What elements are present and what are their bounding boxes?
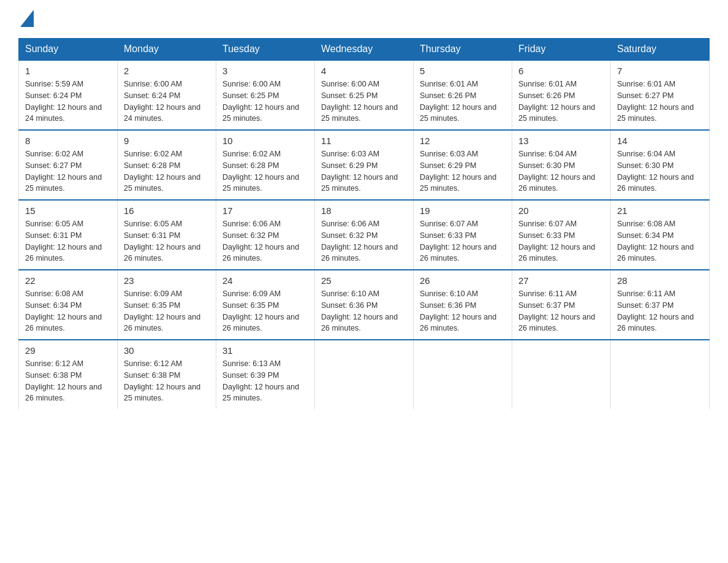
day-info: Sunrise: 6:00 AM Sunset: 6:25 PM Dayligh… [222, 79, 308, 124]
day-info: Sunrise: 6:11 AM Sunset: 6:37 PM Dayligh… [518, 288, 604, 334]
calendar-cell: 11 Sunrise: 6:03 AM Sunset: 6:29 PM Dayl… [315, 130, 414, 200]
day-info: Sunrise: 6:12 AM Sunset: 6:38 PM Dayligh… [25, 358, 111, 404]
header-monday: Monday [118, 39, 216, 61]
day-number: 11 [321, 136, 407, 146]
day-info: Sunrise: 6:05 AM Sunset: 6:31 PM Dayligh… [25, 218, 111, 264]
calendar-cell [414, 340, 512, 409]
day-number: 4 [321, 66, 407, 76]
day-info: Sunrise: 6:10 AM Sunset: 6:36 PM Dayligh… [321, 288, 407, 334]
calendar-cell [512, 340, 611, 409]
day-info: Sunrise: 6:02 AM Sunset: 6:28 PM Dayligh… [222, 148, 308, 194]
page-header [18, 12, 710, 26]
day-info: Sunrise: 6:11 AM Sunset: 6:37 PM Dayligh… [617, 288, 703, 334]
calendar-cell: 25 Sunrise: 6:10 AM Sunset: 6:36 PM Dayl… [315, 270, 414, 340]
calendar-cell: 5 Sunrise: 6:01 AM Sunset: 6:26 PM Dayli… [414, 60, 512, 130]
day-number: 5 [420, 66, 506, 76]
calendar-cell [315, 340, 414, 409]
day-info: Sunrise: 5:59 AM Sunset: 6:24 PM Dayligh… [25, 79, 111, 124]
day-info: Sunrise: 6:04 AM Sunset: 6:30 PM Dayligh… [518, 148, 604, 194]
week-row-2: 8 Sunrise: 6:02 AM Sunset: 6:27 PM Dayli… [19, 130, 710, 200]
day-number: 9 [124, 136, 210, 146]
header-sunday: Sunday [19, 39, 118, 61]
day-info: Sunrise: 6:09 AM Sunset: 6:35 PM Dayligh… [124, 288, 210, 334]
calendar-cell [611, 340, 710, 409]
day-number: 23 [124, 275, 210, 286]
week-row-3: 15 Sunrise: 6:05 AM Sunset: 6:31 PM Dayl… [19, 200, 710, 270]
day-number: 30 [124, 345, 210, 356]
day-number: 18 [321, 205, 407, 216]
logo-triangle-icon [20, 10, 34, 27]
day-number: 20 [518, 205, 604, 216]
day-number: 3 [222, 66, 308, 76]
calendar-cell: 10 Sunrise: 6:02 AM Sunset: 6:28 PM Dayl… [216, 130, 315, 200]
calendar-cell: 27 Sunrise: 6:11 AM Sunset: 6:37 PM Dayl… [512, 270, 611, 340]
calendar-cell: 1 Sunrise: 5:59 AM Sunset: 6:24 PM Dayli… [19, 60, 118, 130]
day-number: 13 [518, 136, 604, 146]
day-info: Sunrise: 6:02 AM Sunset: 6:28 PM Dayligh… [124, 148, 210, 194]
calendar-cell: 29 Sunrise: 6:12 AM Sunset: 6:38 PM Dayl… [19, 340, 118, 409]
day-info: Sunrise: 6:03 AM Sunset: 6:29 PM Dayligh… [321, 148, 407, 194]
day-number: 2 [124, 66, 210, 76]
day-info: Sunrise: 6:08 AM Sunset: 6:34 PM Dayligh… [25, 288, 111, 334]
header-saturday: Saturday [611, 39, 710, 61]
day-number: 1 [25, 66, 111, 76]
day-number: 22 [25, 275, 111, 286]
day-number: 31 [222, 345, 308, 356]
week-row-4: 22 Sunrise: 6:08 AM Sunset: 6:34 PM Dayl… [19, 270, 710, 340]
day-info: Sunrise: 6:01 AM Sunset: 6:27 PM Dayligh… [617, 79, 703, 124]
day-number: 12 [420, 136, 506, 146]
calendar-cell: 4 Sunrise: 6:00 AM Sunset: 6:25 PM Dayli… [315, 60, 414, 130]
day-number: 24 [222, 275, 308, 286]
calendar-cell: 13 Sunrise: 6:04 AM Sunset: 6:30 PM Dayl… [512, 130, 611, 200]
day-number: 27 [518, 275, 604, 286]
calendar-cell: 16 Sunrise: 6:05 AM Sunset: 6:31 PM Dayl… [118, 200, 216, 270]
day-info: Sunrise: 6:05 AM Sunset: 6:31 PM Dayligh… [124, 218, 210, 264]
calendar-cell: 24 Sunrise: 6:09 AM Sunset: 6:35 PM Dayl… [216, 270, 315, 340]
calendar-cell: 2 Sunrise: 6:00 AM Sunset: 6:24 PM Dayli… [118, 60, 216, 130]
day-info: Sunrise: 6:08 AM Sunset: 6:34 PM Dayligh… [617, 218, 703, 264]
day-number: 16 [124, 205, 210, 216]
calendar-cell: 7 Sunrise: 6:01 AM Sunset: 6:27 PM Dayli… [611, 60, 710, 130]
day-info: Sunrise: 6:04 AM Sunset: 6:30 PM Dayligh… [617, 148, 703, 194]
day-number: 14 [617, 136, 703, 146]
calendar-cell: 8 Sunrise: 6:02 AM Sunset: 6:27 PM Dayli… [19, 130, 118, 200]
calendar-cell: 18 Sunrise: 6:06 AM Sunset: 6:32 PM Dayl… [315, 200, 414, 270]
day-info: Sunrise: 6:07 AM Sunset: 6:33 PM Dayligh… [518, 218, 604, 264]
day-info: Sunrise: 6:13 AM Sunset: 6:39 PM Dayligh… [222, 358, 308, 404]
day-info: Sunrise: 6:03 AM Sunset: 6:29 PM Dayligh… [420, 148, 506, 194]
calendar-cell: 9 Sunrise: 6:02 AM Sunset: 6:28 PM Dayli… [118, 130, 216, 200]
day-number: 15 [25, 205, 111, 216]
calendar-table: SundayMondayTuesdayWednesdayThursdayFrid… [18, 38, 710, 409]
calendar-cell: 17 Sunrise: 6:06 AM Sunset: 6:32 PM Dayl… [216, 200, 315, 270]
day-info: Sunrise: 6:02 AM Sunset: 6:27 PM Dayligh… [25, 148, 111, 194]
calendar-header-row: SundayMondayTuesdayWednesdayThursdayFrid… [19, 39, 710, 61]
calendar-cell: 30 Sunrise: 6:12 AM Sunset: 6:38 PM Dayl… [118, 340, 216, 409]
calendar-cell: 14 Sunrise: 6:04 AM Sunset: 6:30 PM Dayl… [611, 130, 710, 200]
logo [18, 12, 34, 26]
day-info: Sunrise: 6:01 AM Sunset: 6:26 PM Dayligh… [420, 79, 506, 124]
day-info: Sunrise: 6:01 AM Sunset: 6:26 PM Dayligh… [518, 79, 604, 124]
week-row-5: 29 Sunrise: 6:12 AM Sunset: 6:38 PM Dayl… [19, 340, 710, 409]
day-info: Sunrise: 6:09 AM Sunset: 6:35 PM Dayligh… [222, 288, 308, 334]
header-friday: Friday [512, 39, 611, 61]
day-info: Sunrise: 6:06 AM Sunset: 6:32 PM Dayligh… [222, 218, 308, 264]
header-wednesday: Wednesday [315, 39, 414, 61]
day-info: Sunrise: 6:00 AM Sunset: 6:24 PM Dayligh… [124, 79, 210, 124]
header-tuesday: Tuesday [216, 39, 315, 61]
header-thursday: Thursday [414, 39, 512, 61]
calendar-cell: 19 Sunrise: 6:07 AM Sunset: 6:33 PM Dayl… [414, 200, 512, 270]
day-info: Sunrise: 6:00 AM Sunset: 6:25 PM Dayligh… [321, 79, 407, 124]
day-info: Sunrise: 6:10 AM Sunset: 6:36 PM Dayligh… [420, 288, 506, 334]
calendar-cell: 23 Sunrise: 6:09 AM Sunset: 6:35 PM Dayl… [118, 270, 216, 340]
calendar-cell: 21 Sunrise: 6:08 AM Sunset: 6:34 PM Dayl… [611, 200, 710, 270]
day-number: 17 [222, 205, 308, 216]
calendar-cell: 15 Sunrise: 6:05 AM Sunset: 6:31 PM Dayl… [19, 200, 118, 270]
day-number: 19 [420, 205, 506, 216]
day-number: 6 [518, 66, 604, 76]
week-row-1: 1 Sunrise: 5:59 AM Sunset: 6:24 PM Dayli… [19, 60, 710, 130]
day-number: 26 [420, 275, 506, 286]
day-info: Sunrise: 6:07 AM Sunset: 6:33 PM Dayligh… [420, 218, 506, 264]
day-info: Sunrise: 6:12 AM Sunset: 6:38 PM Dayligh… [124, 358, 210, 404]
calendar-cell: 6 Sunrise: 6:01 AM Sunset: 6:26 PM Dayli… [512, 60, 611, 130]
day-number: 25 [321, 275, 407, 286]
